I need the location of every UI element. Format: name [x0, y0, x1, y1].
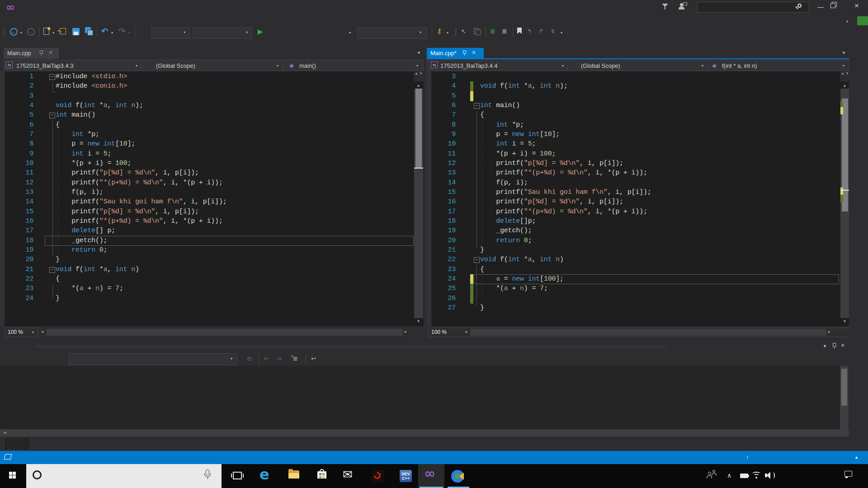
navbar-project-0[interactable]: 1752013_BaiTap3.4.3	[16, 62, 74, 69]
start-button[interactable]	[9, 472, 16, 479]
vscroll-thumb-0[interactable]	[415, 89, 422, 169]
watch-combo[interactable]	[357, 27, 427, 39]
output-source-caret-icon: ▾	[231, 357, 232, 361]
vscroll-down-0[interactable]: ▼	[416, 319, 420, 324]
vsplit-handle-1[interactable]: ▲ ▼	[840, 71, 850, 81]
output-prev-message-icon[interactable]: ⇐	[264, 355, 269, 362]
vscroll-down-1[interactable]: ▼	[843, 319, 847, 324]
output-pin-stem	[834, 347, 835, 349]
tab-close-icon-0[interactable]: ×	[49, 49, 52, 56]
vsplit-handle-0[interactable]: ▲ ▼	[414, 71, 424, 81]
navbar-member-0[interactable]: main()	[299, 62, 316, 69]
navigate-cursor-icon[interactable]: ↖	[461, 28, 466, 35]
bookmark-prev-icon[interactable]: ↰	[527, 28, 532, 34]
bookmark-next-icon[interactable]: ↱	[539, 28, 543, 34]
output-drag-texture[interactable]	[36, 345, 667, 348]
zoom-caret-icon-0[interactable]: ▾	[32, 330, 34, 334]
change-bar-5	[470, 91, 473, 101]
back-button[interactable]: ←	[10, 28, 18, 36]
output-hscroll[interactable]	[0, 429, 849, 436]
new-file-caret-icon[interactable]: ▾	[52, 31, 54, 35]
tab-pin-icon-0[interactable]	[40, 51, 43, 54]
hscroll-right-1[interactable]: ▸	[828, 329, 830, 334]
toolbar-grip[interactable]	[3, 28, 5, 37]
output-next-message-icon[interactable]: ⇒	[277, 355, 282, 362]
hscroll-left-1[interactable]: ◂	[465, 329, 467, 334]
attach-caret-icon[interactable]: ▾	[447, 31, 448, 35]
undo-caret-icon[interactable]: ▾	[111, 31, 113, 35]
undo-button[interactable]: ↶	[101, 26, 108, 36]
output-pin-icon[interactable]	[833, 343, 836, 347]
save-button-inner	[74, 32, 78, 35]
project-icon-1: ⇆	[431, 61, 438, 68]
folder-icon-front	[288, 473, 299, 479]
current-line-box	[474, 274, 839, 284]
fold-toggle[interactable]: −	[49, 113, 55, 118]
toolbar-separator	[136, 27, 136, 37]
toolbar-grip-2[interactable]	[455, 28, 457, 37]
tab-overflow-icon-1[interactable]: ▼	[842, 51, 846, 55]
navbar-caret-icon-0-1[interactable]: ▾	[277, 64, 278, 68]
code-line: {	[56, 275, 60, 283]
hscroll-track-1[interactable]	[470, 329, 826, 336]
hscroll-track-0[interactable]	[47, 329, 403, 336]
tray-chevron-icon[interactable]: ∧	[727, 472, 731, 479]
minimize-button[interactable]: —	[814, 0, 827, 13]
navbar-caret-icon-1-1[interactable]: ▾	[702, 64, 703, 68]
vscroll-up-0[interactable]: ▲	[416, 83, 420, 88]
back-caret-icon[interactable]: ▾	[20, 31, 22, 35]
navbar-member-1[interactable]: f(int * a, int n)	[722, 62, 757, 69]
output-vscroll-thumb[interactable]	[841, 369, 847, 406]
navbar-project-1[interactable]: 1752013_BaiTap3.4.4	[440, 62, 498, 69]
output-clear-all-icon[interactable]: ≣	[293, 355, 298, 362]
close-button[interactable]: ×	[850, 0, 863, 13]
start-square	[13, 475, 16, 479]
output-close-icon[interactable]: ×	[841, 342, 844, 349]
navbar-caret-icon-0-0[interactable]: ▾	[136, 64, 137, 68]
taskbar-search-box[interactable]	[26, 464, 222, 488]
code-line: f(p, i);	[480, 179, 528, 187]
fold-toggle[interactable]: −	[49, 267, 55, 273]
hscroll-right-0[interactable]: ▸	[405, 329, 407, 334]
navbar-caret-icon-1-0[interactable]: ▾	[562, 64, 564, 68]
redo-button[interactable]: ↷	[118, 26, 125, 36]
attach-button[interactable]: ⚷	[437, 27, 442, 35]
navbar-caret-icon-1-2[interactable]: ▾	[843, 64, 844, 68]
indent-increase-icon[interactable]: ≣	[502, 28, 507, 35]
fold-toggle[interactable]: −	[49, 74, 55, 80]
hscroll-left-0[interactable]: ◂	[41, 329, 43, 334]
document-tab-label-1: Main.cpp*	[430, 50, 457, 56]
navbar-scope-1[interactable]: (Global Scope)	[581, 62, 620, 69]
toolbar-separator	[432, 27, 432, 37]
tab-close-icon-1[interactable]: ×	[472, 49, 476, 56]
output-hscroll-left-icon[interactable]: ◂	[4, 430, 6, 435]
navbar-caret-icon-0-2[interactable]: ▾	[416, 64, 418, 68]
vscroll-up-1[interactable]: ▲	[843, 83, 847, 88]
output-position-caret-icon[interactable]: ▼	[823, 344, 827, 348]
fold-toggle[interactable]: −	[474, 257, 480, 263]
tab-overflow-icon-0[interactable]: ▼	[417, 51, 421, 55]
output-source-combo[interactable]	[69, 353, 237, 365]
run-button-icon[interactable]: ▶	[258, 28, 263, 36]
bookmark-clear-icon[interactable]: ↯	[551, 28, 555, 34]
forward-button[interactable]: →	[27, 28, 35, 36]
tab-pin-icon-1[interactable]	[463, 51, 466, 54]
indent-decrease-icon[interactable]: ≣	[490, 28, 495, 35]
redo-caret-icon[interactable]: ▾	[128, 31, 130, 35]
source-control-caret-icon[interactable]: ▲	[854, 455, 859, 460]
quick-launch-input[interactable]	[697, 2, 809, 13]
feedback-person-icon[interactable]	[680, 3, 683, 6]
notification-icon[interactable]	[844, 471, 852, 477]
output-tab[interactable]	[4, 438, 31, 450]
output-text-area[interactable]	[0, 366, 849, 429]
battery-icon[interactable]	[740, 474, 748, 478]
people-icon[interactable]	[708, 472, 711, 475]
navbar-scope-0[interactable]: (Global Scope)	[156, 62, 195, 69]
bookmark-caret-icon[interactable]: ▾	[561, 31, 562, 35]
code-line: #include <stdio.h>	[56, 73, 127, 80]
run-caret-icon[interactable]: ▾	[349, 31, 351, 35]
platform-combo[interactable]	[193, 27, 252, 39]
fold-toggle[interactable]: −	[474, 103, 480, 109]
output-word-wrap-icon[interactable]: ↩	[311, 355, 316, 362]
output-find-icon[interactable]: ⟲	[246, 355, 252, 362]
